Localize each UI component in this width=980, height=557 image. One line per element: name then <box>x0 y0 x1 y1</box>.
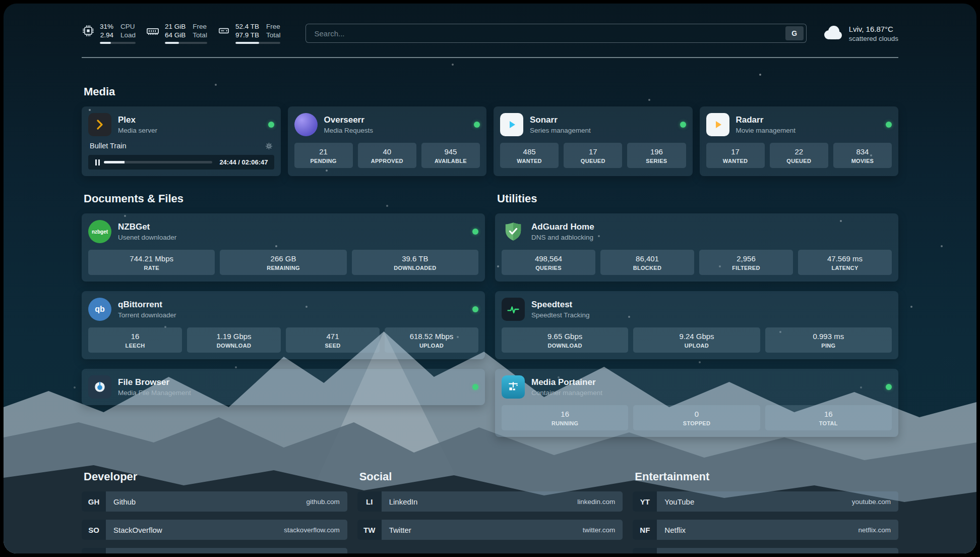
overseerr-icon <box>294 113 318 136</box>
bookmark-name: Twitter <box>389 526 411 534</box>
filebrowser-icon <box>88 375 111 399</box>
cpu-icon <box>82 23 95 44</box>
stat-running: 16 RUNNING <box>502 405 628 430</box>
service-name: Overseerr <box>324 115 374 125</box>
service-card-plex[interactable]: Plex Media server Bullet Train <box>82 106 281 176</box>
service-description: Container management <box>531 389 602 397</box>
disk-icon <box>217 23 230 44</box>
entertainment-group-title: Entertainment <box>635 470 898 483</box>
disk-free-label: Free <box>266 23 281 30</box>
cpu-load-value: 2.94 <box>100 31 113 39</box>
service-card-radarr[interactable]: Radarr Movie management 17 WANTED 22 QUE… <box>700 106 899 176</box>
search-input[interactable] <box>313 29 785 38</box>
section-media: Media Plex Media server <box>82 85 898 176</box>
bookmark-abbr: YT <box>633 491 657 512</box>
service-card-portainer[interactable]: Media Portainer Container management 16 … <box>495 369 898 437</box>
section-utilities: Utilities <box>495 192 898 437</box>
pause-icon[interactable] <box>95 159 97 165</box>
service-card-adguard[interactable]: AdGuard Home DNS and adblocking 498,564 … <box>495 213 898 282</box>
bookmark-github[interactable]: GH Github github.com <box>82 491 347 512</box>
stat-total: 16 TOTAL <box>765 405 892 430</box>
service-description: Speedtest Tracking <box>531 311 590 319</box>
service-card-filebrowser[interactable]: File Browser Media File Management <box>82 369 485 405</box>
dashboard-frame: 31% 2.94 CPU Load <box>4 4 976 553</box>
bookmark-domain: netflix.com <box>858 526 891 534</box>
service-card-nzbget[interactable]: nzbget NZBGet Usenet downloader 744.21 M… <box>82 213 485 282</box>
stat-queries: 498,564 QUERIES <box>502 250 595 275</box>
developer-group-title: Developer <box>84 470 347 483</box>
bookmark-domain: twitter.com <box>583 526 616 534</box>
bookmark-abbr: GH <box>82 491 106 512</box>
service-name: Media Portainer <box>531 377 602 387</box>
disk-total-value: 97.9 TB <box>235 31 259 39</box>
service-name: NZBGet <box>118 222 176 232</box>
bookmark-abbr: SO <box>82 520 106 540</box>
status-dot <box>886 122 892 128</box>
status-dot <box>472 306 478 312</box>
stat-stopped: 0 STOPPED <box>633 405 760 430</box>
disk-free-value: 52.4 TB <box>235 23 259 30</box>
bookmark-reddit[interactable]: RE Reddit reddit.com <box>633 548 898 553</box>
stat-leech: 16 LEECH <box>88 327 182 353</box>
service-card-speedtest[interactable]: Speedtest Speedtest Tracking 9.65 Gbps D… <box>495 291 898 359</box>
bookmark-name: YouTube <box>664 497 694 506</box>
documents-section-title: Documents & Files <box>84 192 485 205</box>
bookmark-abbr: DT <box>82 548 106 553</box>
service-description: Movie management <box>736 127 796 134</box>
bookmark-stackoverflow[interactable]: SO StackOverflow stackoverflow.com <box>82 520 347 540</box>
service-description: Series management <box>530 127 591 134</box>
stat-filtered: 2,956 FILTERED <box>699 250 793 275</box>
service-card-qbittorrent[interactable]: qb qBittorrent Torrent downloader 16 <box>82 291 485 359</box>
weather-location: Lviv, 16.87°C <box>849 25 898 33</box>
stat-download: 9.65 Gbps DOWNLOAD <box>502 327 628 353</box>
stat-movies: 834 MOVIES <box>833 143 892 168</box>
bookmark-domain: linkedin.com <box>577 498 615 506</box>
stat-queued: 17 QUEUED <box>564 143 622 168</box>
gear-icon[interactable] <box>265 142 273 150</box>
plex-icon <box>88 113 111 136</box>
bookmark-netflix[interactable]: NF Netflix netflix.com <box>633 520 898 540</box>
bookmark-linkedin[interactable]: LI LinkedIn linkedin.com <box>357 491 623 512</box>
top-bar: 31% 2.94 CPU Load <box>82 23 898 44</box>
cpu-load-label: Load <box>120 31 136 39</box>
stat-approved: 40 APPROVED <box>358 143 416 168</box>
status-dot <box>886 384 892 390</box>
bookmark-name: Github <box>113 497 136 506</box>
service-name: Plex <box>118 115 157 125</box>
media-section-title: Media <box>84 85 898 98</box>
weather-condition: scattered clouds <box>849 35 898 42</box>
disk-total-label: Total <box>266 31 281 39</box>
bookmark-abbr: RE <box>633 548 657 553</box>
status-dot <box>472 229 478 235</box>
stat-series: 196 SERIES <box>627 143 686 168</box>
adguard-icon <box>502 220 525 243</box>
cpu-label: CPU <box>120 23 136 30</box>
bookmark-dev[interactable]: DT DEV dev.to <box>82 548 347 553</box>
stat-wanted: 485 WANTED <box>500 143 559 168</box>
stat-ping: 0.993 ms PING <box>765 327 892 353</box>
disk-progress-bar <box>235 42 281 44</box>
search-provider-button[interactable]: G <box>785 26 804 40</box>
nzbget-icon: nzbget <box>88 220 111 243</box>
service-card-sonarr[interactable]: Sonarr Series management 485 WANTED 17 Q… <box>494 106 693 176</box>
qbittorrent-icon: qb <box>88 298 111 321</box>
playback-bar: 24:44 / 02:06:47 <box>88 155 274 170</box>
search-bar[interactable]: G <box>305 24 806 43</box>
memory-total-value: 64 GiB <box>165 31 186 39</box>
topbar-divider <box>82 57 898 58</box>
disk-widget: 52.4 TB 97.9 TB Free Total <box>217 23 281 44</box>
bookmark-youtube[interactable]: YT YouTube youtube.com <box>633 491 898 512</box>
cpu-usage-value: 31% <box>100 23 113 30</box>
stat-available: 945 AVAILABLE <box>421 143 480 168</box>
bookmark-domain: stackoverflow.com <box>284 526 339 534</box>
bookmark-abbr: LI <box>357 491 382 512</box>
memory-free-label: Free <box>193 23 207 30</box>
social-group-title: Social <box>359 470 623 483</box>
bookmark-group-social: Social LI LinkedIn linkedin.com TW Twitt… <box>357 470 623 553</box>
status-dot <box>474 122 480 128</box>
bookmark-domain: youtube.com <box>852 498 891 506</box>
bookmark-twitter[interactable]: TW Twitter twitter.com <box>357 520 623 540</box>
service-name: AdGuard Home <box>531 222 594 232</box>
service-card-overseerr[interactable]: Overseerr Media Requests 21 PENDING 40 A… <box>288 106 487 176</box>
playback-progress[interactable] <box>104 161 212 163</box>
